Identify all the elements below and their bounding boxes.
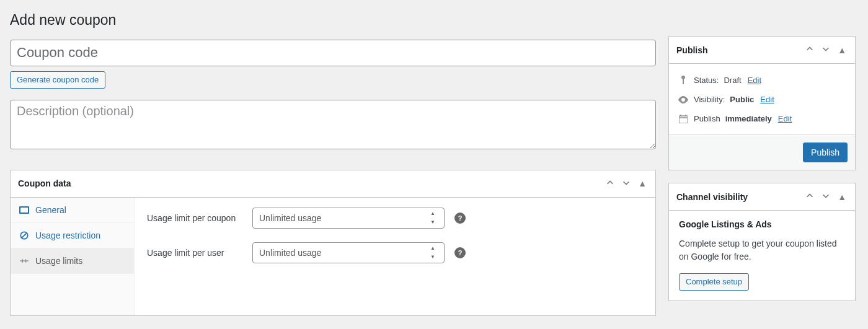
publish-date-label: Publish (694, 114, 720, 123)
tab-usage-restriction[interactable]: Usage restriction (11, 223, 134, 248)
edit-visibility-link[interactable]: Edit (760, 95, 774, 104)
tab-label: Usage limits (35, 256, 82, 266)
visibility-row: Visibility: Public Edit (678, 90, 846, 109)
ban-icon (19, 231, 29, 240)
input-placeholder: Unlimited usage (259, 248, 321, 258)
publish-title: Publish (676, 45, 708, 55)
usage-limit-per-coupon-label: Usage limit per coupon (147, 213, 252, 223)
channel-text: Complete setup to get your coupon listed… (679, 237, 845, 263)
sliders-icon (19, 257, 29, 265)
chevron-down-icon[interactable] (820, 190, 831, 203)
chevron-down-icon[interactable] (621, 177, 632, 190)
number-stepper-icon[interactable]: ▲▼ (430, 246, 440, 260)
visibility-label: Visibility: (694, 95, 725, 104)
caret-up-icon[interactable]: ▲ (836, 191, 848, 203)
generate-coupon-code-button[interactable]: Generate coupon code (10, 71, 105, 89)
caret-up-icon[interactable]: ▲ (637, 177, 648, 190)
edit-status-link[interactable]: Edit (748, 76, 761, 85)
chevron-up-icon[interactable] (804, 190, 815, 203)
tab-general[interactable]: General (11, 198, 134, 223)
chevron-up-icon[interactable] (604, 177, 616, 190)
coupon-data-panel: Coupon data ▲ (10, 170, 656, 316)
input-placeholder: Unlimited usage (259, 213, 321, 223)
chevron-up-icon[interactable] (804, 43, 815, 56)
coupon-code-input[interactable] (10, 40, 656, 66)
tab-usage-limits[interactable]: Usage limits (11, 248, 134, 274)
caret-up-icon[interactable]: ▲ (836, 44, 848, 56)
status-label: Status: (694, 76, 719, 85)
pin-icon (678, 75, 689, 85)
svg-line-3 (22, 233, 27, 238)
svg-rect-9 (679, 116, 688, 123)
publish-date-value: immediately (725, 114, 772, 123)
svg-rect-1 (20, 208, 28, 213)
help-icon[interactable]: ? (454, 247, 466, 258)
channel-title: Channel visibility (676, 192, 748, 202)
chevron-down-icon[interactable] (820, 43, 831, 56)
usage-limit-per-user-label: Usage limit per user (147, 248, 252, 258)
edit-publish-date-link[interactable]: Edit (778, 114, 792, 123)
usage-limit-per-user-input[interactable]: Unlimited usage ▲▼ (252, 242, 445, 263)
coupon-data-title: Coupon data (18, 178, 71, 188)
usage-limit-per-coupon-input[interactable]: Unlimited usage ▲▼ (252, 208, 445, 229)
publish-date-row: Publish immediately Edit (678, 109, 846, 128)
svg-rect-8 (683, 79, 684, 84)
page-title: Add new coupon (10, 6, 656, 31)
channel-heading: Google Listings & Ads (679, 218, 845, 231)
publish-panel: Publish ▲ Status: Draft (668, 36, 856, 170)
description-textarea[interactable] (10, 100, 656, 149)
status-row: Status: Draft Edit (678, 70, 846, 90)
eye-icon (678, 96, 689, 103)
publish-button[interactable]: Publish (803, 143, 848, 162)
tab-label: Usage restriction (35, 230, 100, 240)
help-icon[interactable]: ? (454, 213, 466, 224)
tab-label: General (35, 205, 66, 215)
complete-setup-button[interactable]: Complete setup (679, 273, 749, 291)
visibility-value: Public (730, 95, 754, 104)
number-stepper-icon[interactable]: ▲▼ (430, 211, 440, 225)
calendar-icon (678, 115, 689, 123)
ticket-icon (19, 206, 29, 214)
status-value: Draft (724, 76, 741, 85)
channel-visibility-panel: Channel visibility ▲ Google Listings & A… (668, 183, 856, 301)
